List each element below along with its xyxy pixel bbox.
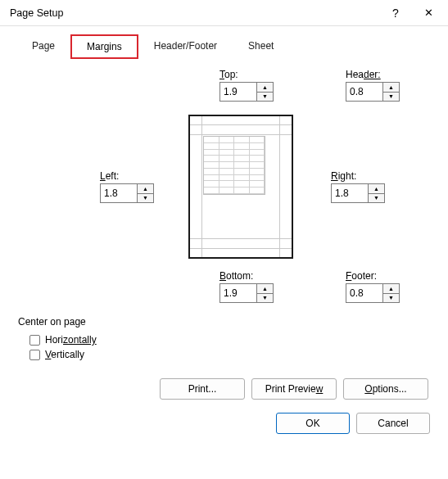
label-header: Header: [346, 69, 381, 80]
checkbox-horizontally[interactable] [29, 335, 40, 346]
options-button[interactable]: Options... [343, 378, 428, 400]
spin-right[interactable]: ▲ ▼ [331, 183, 385, 203]
spin-footer[interactable]: ▲ ▼ [346, 283, 400, 303]
page-preview [188, 115, 293, 259]
tab-bar: Page Margins Header/Footer Sheet [0, 26, 448, 59]
spin-header[interactable]: ▲ ▼ [346, 82, 400, 102]
spin-down-icon[interactable]: ▼ [257, 294, 273, 303]
print-button[interactable]: Print... [160, 378, 245, 400]
label-vertically: Vertically [45, 349, 84, 360]
spin-up-icon[interactable]: ▲ [257, 83, 273, 93]
tab-sheet[interactable]: Sheet [233, 34, 289, 59]
spin-up-icon[interactable]: ▲ [383, 83, 399, 93]
close-button[interactable]: ✕ [412, 1, 445, 25]
spin-up-icon[interactable]: ▲ [369, 184, 384, 194]
spin-left[interactable]: ▲ ▼ [100, 183, 154, 203]
ok-button[interactable]: OK [276, 413, 350, 434]
help-button[interactable]: ? [379, 1, 412, 25]
spin-down-icon[interactable]: ▼ [383, 294, 399, 303]
tab-page[interactable]: Page [16, 34, 70, 59]
spin-up-icon[interactable]: ▲ [257, 284, 273, 294]
label-footer: Footer: [346, 270, 377, 282]
spin-bottom[interactable]: ▲ ▼ [219, 283, 274, 303]
input-top[interactable] [220, 83, 256, 101]
cancel-button[interactable]: Cancel [356, 413, 430, 434]
print-preview-button[interactable]: Print Preview [251, 378, 337, 400]
spin-top[interactable]: ▲ ▼ [219, 82, 274, 102]
input-right[interactable] [332, 184, 368, 202]
spin-down-icon[interactable]: ▼ [369, 194, 384, 203]
tab-margins[interactable]: Margins [70, 34, 138, 59]
dialog-title: Page Setup [10, 7, 63, 19]
label-left: Left: [100, 170, 119, 182]
label-horizontally: Horizontally [45, 334, 97, 346]
spin-down-icon[interactable]: ▼ [138, 194, 153, 203]
label-center-on-page: Center on page [18, 316, 430, 328]
input-left[interactable] [101, 184, 137, 202]
spin-down-icon[interactable]: ▼ [257, 93, 273, 102]
spin-down-icon[interactable]: ▼ [383, 93, 399, 102]
checkbox-vertically[interactable] [29, 350, 40, 360]
input-header[interactable] [346, 83, 382, 101]
label-right: Right: [331, 170, 356, 182]
tab-header-footer[interactable]: Header/Footer [138, 34, 233, 59]
label-top: Top: [219, 69, 238, 80]
label-bottom: Bottom: [219, 270, 253, 282]
spin-up-icon[interactable]: ▲ [383, 284, 399, 294]
input-bottom[interactable] [220, 284, 256, 302]
input-footer[interactable] [346, 284, 382, 302]
spin-up-icon[interactable]: ▲ [138, 184, 153, 194]
